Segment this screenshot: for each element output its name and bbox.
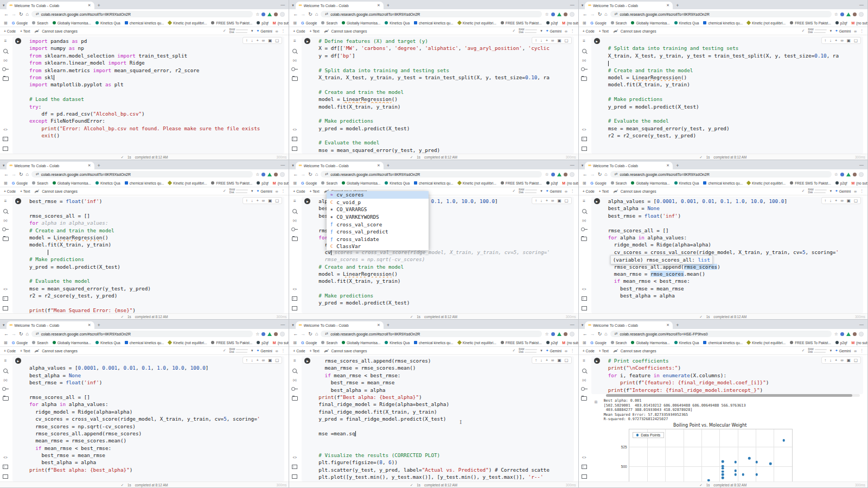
code-line[interactable]: # Create and train the model — [608, 67, 867, 74]
avatar[interactable] — [564, 173, 567, 176]
code-line[interactable]: best_rmse = float('inf') — [29, 379, 288, 386]
bookmark-item[interactable]: chemical kinetics qu... — [414, 341, 454, 345]
drive-icon[interactable] — [846, 12, 851, 16]
bookmark-item[interactable]: M(no subject) - Mars... — [562, 341, 578, 345]
gemini-button[interactable]: ✦Gemini — [546, 348, 561, 353]
code-line[interactable]: X_train, X_test, y_train, y_test = train… — [318, 74, 577, 81]
bookmark-item[interactable]: Kinetic (not equilibri... — [168, 21, 207, 25]
add-text-button[interactable]: + Text — [309, 189, 319, 193]
output-toggle-icon[interactable]: ⊞ — [595, 400, 598, 404]
move-down-icon[interactable]: ↓ — [251, 198, 253, 203]
secrets-key-icon[interactable] — [291, 387, 295, 391]
code-line[interactable]: # Create and train the model — [318, 263, 577, 270]
code-line[interactable]: rmse_scores = np.sqrt(-cv_scores) — [318, 256, 577, 263]
code-line[interactable] — [29, 249, 288, 256]
variables-icon[interactable]: {x} — [582, 59, 586, 62]
more-icon[interactable]: ▢ — [275, 38, 279, 43]
bookmark-star-icon[interactable]: ☆ — [834, 12, 838, 17]
avatar[interactable] — [274, 173, 278, 176]
link-icon[interactable]: ∞ — [840, 198, 843, 203]
code-line[interactable]: y_pred = model.predict(X_test) — [29, 263, 288, 270]
bookmark-item[interactable]: Kinetic (not equilibri... — [458, 181, 496, 185]
command-palette-icon[interactable] — [582, 296, 587, 301]
bookmark-item[interactable]: Kinetics Qua — [95, 21, 120, 25]
apps-grid-icon[interactable]: ⊞ — [583, 21, 586, 26]
bookmark-item[interactable]: Search — [32, 341, 48, 345]
code-line[interactable]: print("Error: Alcohol_bp.csv not found. … — [29, 125, 288, 132]
settings-icon[interactable]: ▣ — [557, 358, 561, 363]
code-line[interactable]: # Create and train the model — [318, 88, 577, 96]
bookmark-item[interactable]: chemical kinetics qu... — [703, 21, 743, 25]
site-settings-icon[interactable]: ⇄ — [615, 12, 618, 16]
bookmark-item[interactable]: Kinetic (not equilibri... — [458, 341, 496, 345]
code-line[interactable]: # Create and train the model — [29, 227, 288, 234]
link-icon[interactable]: ∞ — [854, 29, 857, 33]
move-down-icon[interactable]: ↓ — [829, 198, 832, 203]
code-snippets-icon[interactable]: <> — [3, 288, 8, 291]
drive-icon[interactable] — [267, 332, 272, 336]
site-settings-icon[interactable]: ⇄ — [36, 332, 39, 336]
code-line[interactable]: y_pred = model.predict(X_test) — [318, 299, 577, 306]
bookmark-item[interactable]: Kinetics Qua — [385, 341, 410, 345]
code-line[interactable]: ridge_model = Ridge(alpha=alpha) — [29, 408, 288, 415]
gemini-button[interactable]: ✦Gemini — [546, 29, 561, 33]
tab-search-chevron-icon[interactable]: ▾ — [292, 163, 294, 168]
code-line[interactable]: rmse_scores_all = [] — [29, 394, 288, 401]
window-minimize-button[interactable]: — — [570, 162, 576, 167]
move-up-icon[interactable]: ↑ — [535, 38, 537, 43]
code-line[interactable]: model = LinearRegression() — [318, 270, 577, 277]
add-icon[interactable]: + — [546, 38, 548, 43]
code-line[interactable]: final_ridge_model.fit(X_train, y_train) — [318, 408, 577, 415]
bookmark-star-icon[interactable]: ☆ — [545, 12, 548, 17]
bookmark-item[interactable]: Search — [321, 21, 337, 25]
chevron-down-icon[interactable]: ▾ — [540, 348, 542, 353]
bookmark-item[interactable]: Search — [611, 341, 627, 345]
reload-icon[interactable]: ↻ — [598, 12, 602, 17]
chevron-down-icon[interactable]: ▾ — [830, 189, 832, 193]
home-icon[interactable]: ⌂ — [26, 12, 29, 17]
bookmark-item[interactable]: Kinetics Qua — [674, 341, 699, 345]
more-icon[interactable]: ▢ — [565, 358, 569, 363]
settings-icon[interactable]: ▣ — [268, 358, 272, 363]
more-vert-icon[interactable]: ⋮ — [571, 29, 575, 33]
code-line[interactable]: import numpy as np — [29, 45, 288, 52]
move-up-icon[interactable]: ↑ — [825, 38, 827, 43]
profile-icon[interactable] — [570, 332, 575, 337]
tab-search-chevron-icon[interactable]: ▾ — [582, 163, 584, 168]
resource-monitor[interactable]: RAM Disk — [229, 188, 248, 194]
bookmark-item[interactable]: GGoogle — [590, 181, 606, 185]
bookmark-item[interactable]: chemical kinetics qu... — [414, 181, 454, 185]
forward-icon[interactable]: → — [301, 12, 305, 17]
secrets-key-icon[interactable] — [581, 227, 585, 231]
apps-grid-icon[interactable]: ⊞ — [293, 181, 297, 186]
link-icon[interactable]: ∞ — [551, 198, 554, 203]
bookmark-item[interactable]: p2qf — [257, 21, 269, 25]
code-line[interactable] — [29, 386, 288, 394]
variables-icon[interactable]: {x} — [3, 59, 7, 62]
bookmark-item[interactable]: Globally Harmonisa... — [53, 21, 91, 25]
add-text-button[interactable]: + Text — [309, 29, 319, 33]
back-icon[interactable]: ← — [4, 172, 9, 177]
autocomplete-item[interactable]: ƒcross_val_predict — [327, 228, 429, 236]
move-down-icon[interactable]: ↓ — [540, 38, 542, 43]
code-line[interactable]: if mean_rmse < best_rmse: — [318, 372, 577, 379]
tab-close-icon[interactable]: ✕ — [88, 323, 91, 327]
more-vert-icon[interactable]: ⋮ — [860, 348, 864, 353]
avatar[interactable] — [853, 12, 857, 16]
forward-icon[interactable]: → — [301, 172, 305, 177]
bookmark-item[interactable]: Globally Harmonisa... — [342, 21, 380, 25]
bookmark-item[interactable]: M(no subject) - Mars... — [562, 21, 578, 25]
back-icon[interactable]: ← — [293, 12, 298, 17]
tab-close-icon[interactable]: ✕ — [88, 163, 91, 168]
site-settings-icon[interactable]: ⇄ — [615, 332, 618, 336]
table-of-contents-icon[interactable]: ≡ — [583, 199, 585, 204]
code-line[interactable]: model.fit(X_train, y_train) — [318, 103, 577, 110]
resource-monitor[interactable]: RAM Disk — [808, 28, 826, 34]
bookmark-item[interactable]: chemical kinetics qu... — [414, 21, 454, 25]
code-line[interactable]: # Make predictions — [318, 292, 577, 299]
home-icon[interactable]: ⌂ — [604, 12, 607, 17]
code-line[interactable]: # Evaluate the model — [608, 117, 867, 124]
chevron-down-icon[interactable]: ▾ — [540, 189, 542, 193]
add-text-button[interactable]: + Text — [20, 29, 30, 33]
bookmark-item[interactable]: M(no subject) - Mars... — [273, 21, 289, 25]
